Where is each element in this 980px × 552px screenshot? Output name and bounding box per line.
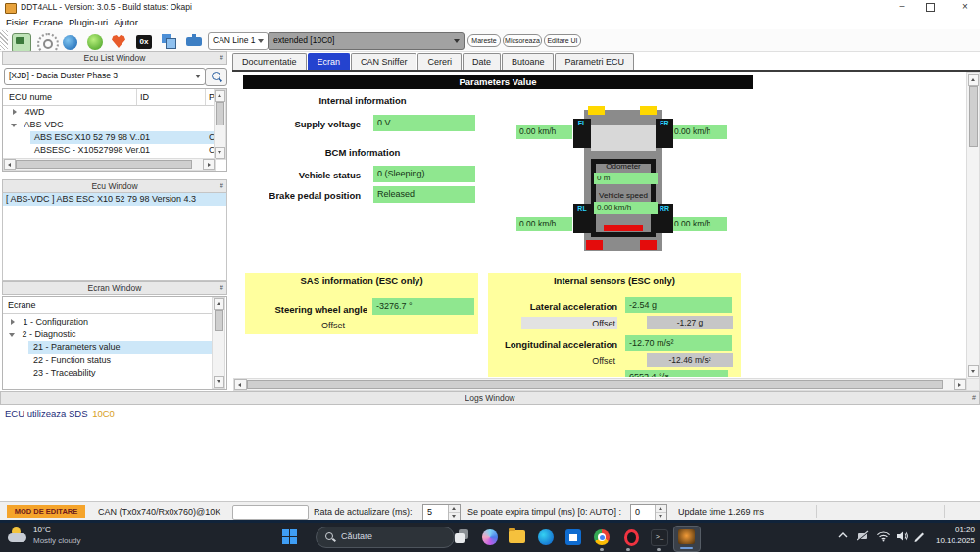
file-explorer-icon[interactable]	[509, 530, 525, 543]
edge-icon[interactable]	[538, 529, 554, 545]
ecu-connect-icon[interactable]	[12, 33, 31, 53]
statusbar-input[interactable]	[232, 505, 309, 520]
taskbar-search[interactable]: Căutare	[316, 527, 455, 548]
minimize-button[interactable]: –	[887, 0, 916, 15]
weather-widget[interactable]: 10°C Mostly cloudy	[4, 523, 112, 552]
dock-pin-icon[interactable]: #	[220, 180, 223, 192]
pipe-icon[interactable]	[186, 37, 202, 46]
can-line-combo[interactable]: CAN Line 1	[208, 32, 269, 50]
dock-pin-icon[interactable]: #	[220, 282, 223, 294]
restore-button[interactable]	[926, 3, 935, 12]
hex-mode-icon[interactable]: 0x	[136, 35, 152, 49]
volume-icon[interactable]	[896, 530, 909, 542]
ecran-tree-vscrollbar[interactable]	[212, 297, 225, 389]
collapse-icon[interactable]	[11, 124, 17, 127]
globe-icon[interactable]	[63, 35, 77, 50]
dock-pin-icon[interactable]: #	[972, 392, 976, 404]
screens-pick-icon[interactable]	[162, 34, 179, 52]
scroll-right-button[interactable]	[203, 159, 215, 170]
tab-butoane[interactable]: Butoane	[502, 53, 555, 70]
scroll-down-button[interactable]	[968, 365, 979, 377]
tray-clock[interactable]: 01:20 10.10.2025	[926, 526, 975, 549]
tree-item-4wd[interactable]: 4WD	[3, 106, 214, 119]
tab-cereri[interactable]: Cereri	[417, 53, 462, 70]
task-view-icon[interactable]	[455, 529, 470, 545]
toolbar-grip[interactable]	[0, 30, 8, 50]
logs-content[interactable]: ECU utilizeaza SDS 10C0	[0, 405, 980, 501]
arrow-up-icon	[971, 78, 975, 81]
copilot-icon[interactable]	[482, 529, 498, 545]
menu-ajutor[interactable]: Ajutor	[114, 17, 138, 27]
tab-ecran[interactable]: Ecran	[308, 53, 351, 70]
spin-down-button[interactable]	[449, 513, 460, 520]
pen-input-icon[interactable]	[913, 530, 926, 542]
tree-item-configuration[interactable]: 1 - Configuration	[3, 316, 212, 328]
ecran-tree-header[interactable]: Ecrane	[3, 297, 212, 314]
session-value: extended [10C0]	[273, 35, 334, 45]
spinner-arrows	[448, 505, 460, 520]
scroll-left-button[interactable]	[4, 159, 16, 170]
scroll-down-button[interactable]	[215, 147, 225, 159]
ecu-search-button[interactable]	[205, 68, 227, 86]
dock-pin-icon[interactable]: #	[220, 52, 223, 64]
muted-device-icon[interactable]	[857, 530, 870, 542]
scroll-thumb[interactable]	[969, 86, 978, 147]
tree-item-abs-vdc[interactable]: ABS-VDC	[3, 119, 214, 131]
terminal-icon[interactable]: >_	[651, 529, 668, 546]
chrome-icon[interactable]	[594, 529, 610, 545]
tray-chevron-icon[interactable]	[837, 530, 849, 540]
expand-icon[interactable]	[11, 319, 15, 325]
scroll-up-button[interactable]	[968, 74, 979, 86]
wifi-icon[interactable]	[876, 530, 891, 542]
microsoft-store-icon[interactable]	[565, 529, 581, 545]
menu-fisier[interactable]: Fisier	[6, 17, 28, 27]
menu-plugin-uri[interactable]: Plugin-uri	[69, 17, 108, 27]
zoom-out-button[interactable]: Micsoreaza	[503, 34, 542, 47]
scroll-thumb[interactable]	[16, 160, 192, 169]
tree-item-traceability[interactable]: 23 - Traceability	[28, 367, 212, 379]
tree-item-function-status[interactable]: 22 - Function status	[28, 354, 212, 367]
opera-icon[interactable]	[624, 529, 639, 546]
content-hscrollbar[interactable]	[233, 378, 967, 391]
scroll-thumb[interactable]	[216, 102, 224, 125]
zoom-in-button[interactable]: Mareste	[467, 34, 501, 47]
tab-date[interactable]: Date	[463, 53, 501, 70]
scroll-thumb[interactable]	[247, 380, 943, 389]
col-ecu-nume[interactable]: ECU nume	[9, 92, 52, 102]
run-icon[interactable]	[87, 34, 103, 50]
ddt4all-taskbar-slot[interactable]	[673, 526, 701, 552]
timeout-spinner[interactable]: 0	[630, 504, 667, 521]
scroll-up-button[interactable]	[215, 90, 225, 102]
tree-item-ecu-1[interactable]: ABS ESC X10 52 79 98 V... 01 CA	[30, 131, 214, 144]
tab-documentatie[interactable]: Documentatie	[232, 53, 307, 70]
ecu-table-vscrollbar[interactable]	[214, 89, 226, 160]
tab-parametri-ecu[interactable]: Parametri ECU	[555, 53, 634, 70]
refresh-rate-spinner[interactable]: 5	[422, 504, 461, 521]
edit-ui-button[interactable]: Editare UI	[544, 34, 581, 47]
scroll-up-button[interactable]	[214, 298, 224, 310]
tree-item-diagnostic[interactable]: 2 - Diagnostic	[3, 328, 212, 341]
scroll-left-button[interactable]	[234, 379, 247, 390]
content-vscrollbar[interactable]	[966, 72, 980, 379]
tree-label: ABS-VDC	[24, 120, 64, 129]
scroll-right-button[interactable]	[954, 379, 966, 390]
menu-ecrane[interactable]: Ecrane	[33, 17, 63, 27]
collapse-icon[interactable]	[9, 333, 15, 337]
tree-label: 1 - Configuration	[24, 317, 89, 326]
spin-up-button[interactable]	[656, 505, 666, 513]
expand-icon[interactable]	[13, 109, 17, 115]
tree-item-parameters-value[interactable]: 21 - Parameters value	[28, 341, 212, 354]
scroll-down-button[interactable]	[214, 376, 224, 388]
close-button[interactable]: ×	[953, 0, 978, 15]
ecu-version-item[interactable]: [ ABS-VDC ] ABS ESC X10 52 79 98 Version…	[3, 193, 226, 206]
tree-item-ecu-2[interactable]: ABSESC - X10527998 Ver... 01 CA	[30, 144, 214, 157]
session-combo[interactable]: extended [10C0]	[268, 32, 465, 50]
scroll-thumb[interactable]	[215, 310, 223, 331]
tab-can-sniffer[interactable]: CAN Sniffer	[351, 53, 416, 70]
ecu-table-hscrollbar[interactable]	[3, 158, 216, 171]
spin-up-button[interactable]	[449, 505, 460, 513]
col-id[interactable]: ID	[140, 92, 149, 102]
spin-down-button[interactable]	[656, 513, 666, 520]
start-button[interactable]	[282, 529, 298, 545]
vehicle-combo[interactable]: [XJD] - Dacia Duster Phase 3	[4, 68, 206, 85]
